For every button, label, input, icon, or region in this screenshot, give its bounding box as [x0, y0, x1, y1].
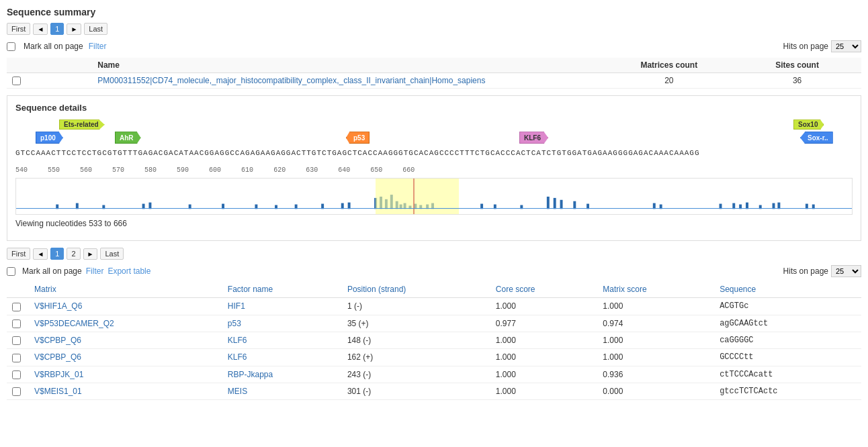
row-cb-3[interactable] [12, 354, 21, 362]
hits-on-page-top: Hits on page 25 50 100 [783, 40, 861, 52]
hits-select-bottom[interactable]: 25 50 100 [831, 265, 861, 277]
mark-all-label-bottom: Mark all on page [22, 266, 82, 276]
seq-details-title: Sequence details [15, 103, 853, 113]
mark-all-checkbox-bottom[interactable] [7, 267, 15, 276]
core-score-cell: 1.000 [490, 366, 598, 383]
matrix-cell: V$CPBP_Q6 [29, 349, 222, 366]
tf-p53-label: p53 [346, 132, 370, 144]
hits-select-top[interactable]: 25 50 100 [831, 40, 861, 52]
position-cell: 148 (-) [342, 332, 490, 348]
table-row: V$HIF1A_Q6 HIF1 1 (-) 1.000 1.000 ACGTGc [7, 298, 861, 315]
histogram-marker [413, 179, 415, 214]
mark-all-checkbox-top[interactable] [7, 42, 15, 51]
hits-on-page-bottom: Hits on page 25 50 100 [783, 265, 861, 277]
histogram [15, 178, 853, 215]
matrix-link[interactable]: V$P53DECAMER_Q2 [34, 319, 114, 328]
factor-link[interactable]: KLF6 [228, 352, 247, 362]
matrix-link[interactable]: V$HIF1A_Q6 [34, 301, 82, 311]
matrix-link[interactable]: V$CPBP_Q6 [34, 352, 81, 362]
sequence-cell: agGCAAGtct [714, 315, 861, 332]
matrix-cell: V$CPBP_Q6 [29, 332, 222, 348]
sites-count-cell: 36 [733, 73, 861, 89]
filter-link-top[interactable]: Filter [89, 42, 107, 51]
annotation-track: Ets-related p100 AhR p53 KLF6 Sox10 Sox-… [15, 118, 853, 165]
summary-table: Name Matrices count Sites count PM000311… [7, 58, 861, 89]
export-link[interactable]: Export table [107, 266, 150, 276]
first-button-bottom[interactable]: First [7, 248, 30, 260]
row-cb-2[interactable] [12, 336, 21, 345]
row-cb-4[interactable] [12, 370, 21, 379]
hits-on-page-label-bottom: Hits on page [783, 266, 828, 276]
prev-button-top[interactable]: ◄ [33, 23, 48, 35]
sequence-details-section: Sequence details Ets-related p100 AhR p5… [7, 95, 861, 241]
ruler-640: 640 [338, 166, 350, 174]
factor-cell: KLF6 [222, 332, 342, 348]
factor-link[interactable]: MEIS [228, 387, 247, 396]
histogram-baseline [16, 208, 852, 209]
ruler-600: 600 [209, 166, 221, 174]
ruler-560: 560 [80, 166, 92, 174]
last-button-top[interactable]: Last [84, 23, 107, 35]
col-name-header: Name [92, 58, 605, 73]
tf-klf6-label: KLF6 [519, 132, 548, 144]
ruler-610: 610 [241, 166, 253, 174]
tf-ahr-label: AhR [115, 132, 141, 144]
matrix-link[interactable]: V$RBPJK_01 [34, 370, 83, 379]
core-score-cell: 1.000 [490, 298, 598, 315]
core-score-cell: 1.000 [490, 332, 598, 348]
factor-link[interactable]: p53 [228, 319, 241, 328]
filter-link-bottom[interactable]: Filter [86, 266, 104, 276]
tf-ets-related-label: Ets-related [59, 119, 105, 130]
last-button-bottom[interactable]: Last [100, 248, 124, 260]
row-cb-0[interactable] [12, 303, 21, 311]
row-cb-5[interactable] [12, 387, 21, 396]
factor-cell: p53 [222, 315, 342, 332]
col-position-header: Position (strand) [342, 281, 490, 298]
row-checkbox[interactable] [12, 77, 21, 85]
page-2-button-bottom[interactable]: 2 [67, 248, 80, 260]
factor-link[interactable]: HIF1 [228, 301, 245, 311]
page-1-button-bottom[interactable]: 1 [50, 248, 64, 260]
ruler: 540 550 560 570 580 590 600 610 620 630 … [15, 166, 853, 174]
seq-name-link[interactable]: PM000311552|CD74_molecule,_major_histoco… [97, 76, 485, 85]
factor-cell: KLF6 [222, 349, 342, 366]
matrix-link[interactable]: V$CPBP_Q6 [34, 336, 81, 345]
position-cell: 301 (-) [342, 383, 490, 399]
next-button-top[interactable]: ► [67, 23, 81, 35]
sequence-cell: caGGGGC [714, 332, 861, 348]
svg-rect-29 [554, 198, 556, 209]
matrix-link[interactable]: V$MEIS1_01 [34, 387, 82, 396]
matrix-cell: V$MEIS1_01 [29, 383, 222, 399]
col-matrices-header: Matrices count [605, 58, 733, 73]
page-1-button-top[interactable]: 1 [50, 23, 64, 35]
factor-link[interactable]: KLF6 [228, 336, 247, 345]
first-button-top[interactable]: First [7, 23, 30, 35]
sequence-cell: ctTCCCAcatt [714, 366, 861, 383]
factor-link[interactable]: RBP-Jkappa [228, 370, 273, 379]
matrix-cell: V$P53DECAMER_Q2 [29, 315, 222, 332]
page-wrapper: Sequence summary First ◄ 1 ► Last Mark a… [0, 0, 868, 407]
prev-button-bottom[interactable]: ◄ [33, 248, 48, 260]
position-cell: 35 (+) [342, 315, 490, 332]
sequence-cell: gtccTCTCActc [714, 383, 861, 399]
next-button-bottom[interactable]: ► [83, 248, 98, 260]
matrix-score-cell: 1.000 [597, 298, 714, 315]
col-sites-header: Sites count [733, 58, 861, 73]
matrix-cell: V$HIF1A_Q6 [29, 298, 222, 315]
ruler-620: 620 [273, 166, 286, 174]
svg-rect-28 [547, 197, 550, 209]
position-cell: 243 (-) [342, 366, 490, 383]
position-cell: 162 (+) [342, 349, 490, 366]
table-row: V$CPBP_Q6 KLF6 162 (+) 1.000 1.000 GCCCC… [7, 349, 861, 366]
results-toolbar: Mark all on page Filter Export table Hit… [7, 265, 861, 277]
ruler-660: 660 [402, 166, 415, 174]
ruler-580: 580 [144, 166, 157, 174]
table-row: V$MEIS1_01 MEIS 301 (-) 1.000 0.000 gtcc… [7, 383, 861, 399]
row-cb-1[interactable] [12, 319, 21, 328]
matrix-score-cell: 0.000 [597, 383, 714, 399]
viewing-info: Viewing nucleotides 533 to 666 [15, 219, 853, 228]
factor-cell: RBP-Jkappa [222, 366, 342, 383]
col-matrix-header: Matrix [29, 281, 222, 298]
matrix-score-cell: 0.936 [597, 366, 714, 383]
sequence-summary-title: Sequence summary [7, 7, 861, 17]
